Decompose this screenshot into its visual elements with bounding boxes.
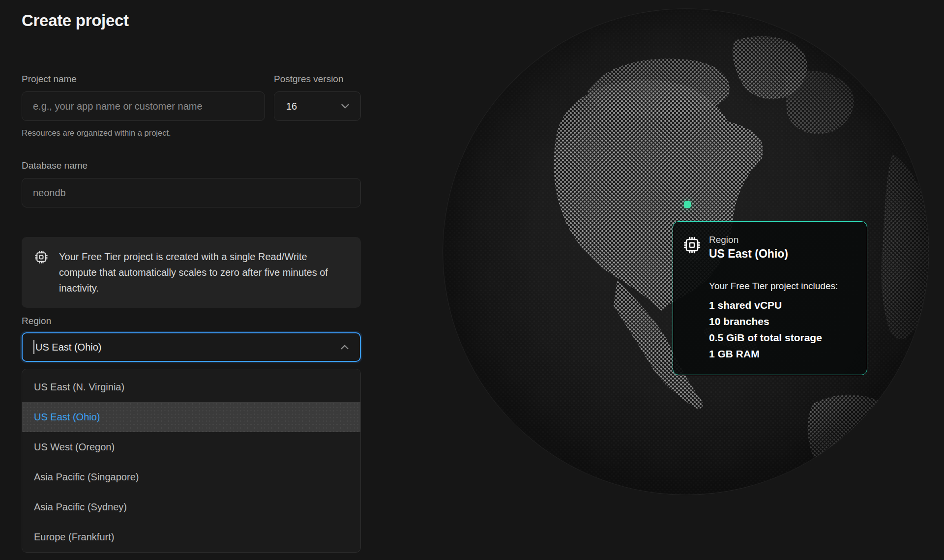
region-option-us-east-ohio[interactable]: US East (Ohio)	[22, 402, 360, 432]
cpu-icon	[683, 236, 701, 254]
region-listbox: US East (N. Virginia) US East (Ohio) US …	[22, 369, 361, 553]
postgres-version-select[interactable]: 16	[274, 91, 361, 121]
project-name-input[interactable]	[22, 91, 265, 121]
create-project-page: Region US East (Ohio) Your Free Tier pro…	[0, 0, 944, 560]
region-tooltip-card: Region US East (Ohio) Your Free Tier pro…	[673, 221, 867, 375]
free-tier-includes: Your Free Tier project includes: 1 share…	[709, 280, 853, 362]
region-option-asia-pacific-sydney[interactable]: Asia Pacific (Sydney)	[22, 492, 360, 522]
project-name-field: Project name	[22, 74, 265, 121]
includes-list: 1 shared vCPU 10 branches 0.5 GiB of tot…	[709, 297, 853, 362]
region-combobox-value: US East (Ohio)	[35, 342, 338, 353]
database-name-field: Database name	[22, 160, 361, 207]
region-field: Region US East (Ohio) US East (N. Virgin…	[22, 316, 361, 553]
tooltip-region-label: Region	[709, 235, 788, 245]
database-name-input[interactable]	[22, 178, 361, 207]
cpu-icon	[34, 250, 48, 264]
include-item-storage: 0.5 GiB of total storage	[709, 329, 853, 346]
postgres-version-value: 16	[286, 101, 297, 112]
free-tier-notice: Your Free Tier project is created with a…	[22, 237, 361, 308]
postgres-version-label: Postgres version	[274, 74, 361, 85]
include-item-ram: 1 GB RAM	[709, 346, 853, 362]
region-option-us-east-n-virginia[interactable]: US East (N. Virginia)	[22, 372, 360, 402]
name-version-row: Project name Postgres version 16	[22, 74, 361, 121]
includes-heading: Your Free Tier project includes:	[709, 280, 853, 292]
region-label: Region	[22, 316, 361, 326]
tooltip-region-name: US East (Ohio)	[709, 247, 788, 261]
text-caret	[33, 340, 34, 354]
page-title: Create project	[22, 11, 361, 30]
include-item-branches: 10 branches	[709, 313, 853, 329]
project-help-text: Resources are organized within a project…	[22, 128, 361, 138]
region-tooltip-header: Region US East (Ohio)	[683, 235, 853, 261]
database-name-label: Database name	[22, 160, 361, 171]
project-name-label: Project name	[22, 74, 265, 85]
free-tier-notice-text: Your Free Tier project is created with a…	[59, 249, 337, 296]
chevron-down-icon	[339, 100, 352, 113]
create-project-form: Create project Project name Postgres ver…	[22, 11, 361, 553]
region-map-marker[interactable]	[684, 201, 691, 208]
region-option-europe-frankfurt[interactable]: Europe (Frankfurt)	[22, 522, 360, 552]
region-option-us-west-oregon[interactable]: US West (Oregon)	[22, 432, 360, 462]
region-option-asia-pacific-singapore[interactable]: Asia Pacific (Singapore)	[22, 462, 360, 492]
postgres-version-field: Postgres version 16	[274, 74, 361, 121]
include-item-vcpu: 1 shared vCPU	[709, 297, 853, 313]
chevron-up-icon	[338, 341, 351, 354]
region-combobox[interactable]: US East (Ohio)	[22, 332, 361, 362]
